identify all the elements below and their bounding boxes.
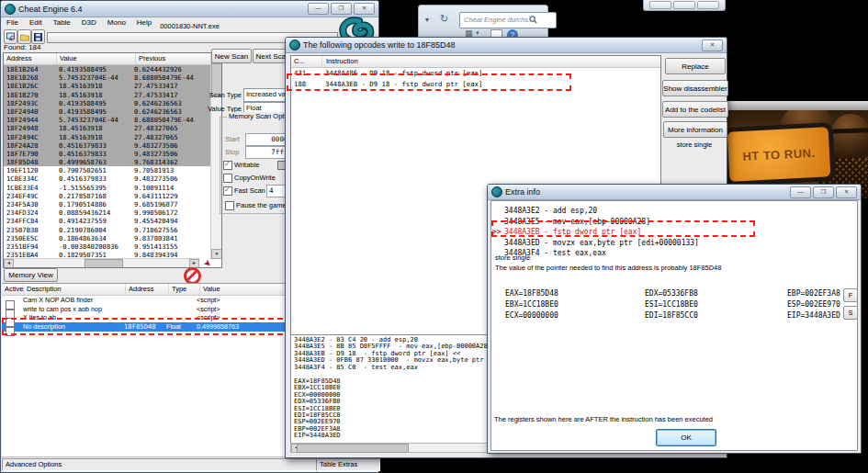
registers-after-note: The registers shown here are AFTER the i… <box>494 415 713 423</box>
column-header-address[interactable]: Address <box>126 284 169 295</box>
scrollbar-thumb[interactable] <box>297 444 409 453</box>
more-information-button[interactable]: More information <box>663 121 727 138</box>
scan-result-row[interactable]: 18E1B26C 18.45163918 27.47533417 <box>4 82 221 90</box>
current-instruction-marker <box>492 217 504 228</box>
pause-game-checkbox[interactable] <box>225 201 234 210</box>
ok-button[interactable]: OK <box>656 429 716 446</box>
scan-result-row[interactable]: 18F2494C 18.45163918 27.48327065 <box>4 133 221 141</box>
scan-result-row[interactable]: 18E1B268 5.745323704E-44 8.688050479E-44 <box>4 73 221 82</box>
column-header-previous[interactable]: Previous <box>136 53 221 64</box>
entry-description: No description <box>23 322 124 332</box>
maximize-button[interactable]: ❐ <box>331 3 352 15</box>
column-header-active[interactable]: Active <box>2 284 24 295</box>
scan-result-row[interactable]: 18E1B264 0.4193588495 0.6244432926 <box>4 65 221 73</box>
extra-info-title: Extra info <box>505 187 540 197</box>
column-header-count[interactable]: C... <box>291 56 322 67</box>
active-checkbox[interactable] <box>6 327 15 336</box>
register-value: ECX=00000000 <box>505 310 558 321</box>
active-checkbox[interactable] <box>6 310 15 319</box>
magnifier-icon[interactable] <box>529 16 537 24</box>
start-label: Start <box>225 135 240 143</box>
browser-toolbar: ▾ ↻ Cheat Engine durchs... ▦ ▾ ? <box>418 5 548 41</box>
scan-result-row[interactable]: 18E1B270 18.45163918 27.47533417 <box>4 91 221 99</box>
scan-result-row[interactable]: 234F5A30 0.1790514886 9.685196877 <box>4 200 221 208</box>
browser-close-button[interactable] <box>697 1 719 9</box>
entry-address <box>124 313 166 322</box>
extra-info-titlebar[interactable]: Extra info — ❐ ✕ <box>488 185 861 200</box>
chevron-down-icon[interactable]: ▾ <box>425 16 429 24</box>
memory-view-button[interactable]: Memory View <box>4 268 58 282</box>
scan-result-row[interactable]: 18F24944 5.745323704E-44 8.688050479E-44 <box>4 116 221 124</box>
minimize-button[interactable]: — <box>790 186 811 198</box>
advanced-options-panel[interactable]: Advanced Options <box>2 458 320 471</box>
writable-checkbox[interactable] <box>223 161 232 170</box>
chevron-down-icon[interactable]: ▾ <box>476 29 479 37</box>
register-value: ESI=1CC18BE0 <box>645 299 698 310</box>
scan-result-row[interactable]: 2351BF94 -0.003840200836 9.951413155 <box>4 242 221 251</box>
new-scan-button[interactable]: New Scan <box>211 49 252 63</box>
scrollbar-thumb[interactable] <box>85 259 123 268</box>
close-button[interactable]: ✕ <box>836 186 857 198</box>
float-button[interactable]: F <box>843 288 858 302</box>
replace-button[interactable]: Replace <box>665 58 726 74</box>
select-process-button[interactable] <box>4 29 17 44</box>
disasm-line: >> 3448A3EB - fstp dword ptr [eax] <box>492 227 699 238</box>
pointer-note-label: The value of the pointer needed to find … <box>495 264 721 272</box>
game-dome-shape <box>830 114 868 158</box>
column-header-instruction[interactable]: Instruction <box>322 56 358 67</box>
close-button[interactable]: ✕ <box>702 39 723 51</box>
scan-results-list[interactable]: Address Value Previous 18E1B264 0.419358… <box>3 52 222 268</box>
scan-result-row[interactable]: 18F7E790 0.4516379833 9.483273506 <box>4 150 221 158</box>
browser-edge-strip <box>724 101 868 110</box>
active-checkbox[interactable] <box>6 300 15 310</box>
scan-result-row[interactable]: 234EF49C 0.2178587168 9.643111229 <box>4 192 221 200</box>
opcodes-list-header[interactable]: C... Instruction <box>291 56 660 68</box>
main-titlebar[interactable]: Cheat Engine 6.4 — ❐ ✕ <box>1 1 378 17</box>
scan-result-row[interactable]: 23507B30 0.2190786004 9.710627556 <box>4 226 221 234</box>
open-table-button[interactable] <box>17 29 31 44</box>
column-header-description[interactable]: Description <box>24 284 126 295</box>
scan-result-row[interactable]: 19EF1120 0.7907502651 9.70581913 <box>4 166 221 175</box>
scan-result-row[interactable]: 18F24A28 0.4516379833 9.483273506 <box>4 141 221 150</box>
browser-maximize-button[interactable] <box>673 1 695 9</box>
scan-result-row[interactable]: 2350EE5C 0.1864863634 9.837803841 <box>4 234 221 242</box>
scroll-left-arrow[interactable]: ◄ <box>4 259 14 268</box>
opcode-row[interactable]: 188 3448A3EB - D9 18 - fstp dword ptr [e… <box>291 79 660 90</box>
copyonwrite-checkbox[interactable] <box>223 174 232 183</box>
scan-results-header[interactable]: Address Value Previous <box>4 53 221 65</box>
minimize-button[interactable]: — <box>308 3 329 15</box>
table-extras-panel[interactable]: Table Extras <box>316 458 380 471</box>
column-header-address[interactable]: Address <box>4 53 57 64</box>
column-header-type[interactable]: Type <box>169 284 200 295</box>
column-header-value[interactable]: Value <box>57 53 136 64</box>
scan-result-row[interactable]: 1CBE334C 0.4516379833 9.483273506 <box>4 175 221 183</box>
opcodes-titlebar[interactable]: The following opcodes write to 18F85D48 … <box>286 38 727 53</box>
show-disassembler-button[interactable]: Show disassembler <box>662 80 728 96</box>
scan-list-horizontal-scrollbar[interactable]: ◄ ► <box>4 258 199 267</box>
scroll-down-arrow[interactable]: ▼ <box>211 249 222 259</box>
scan-result-row[interactable]: 1CBE33E4 -1.515565395 9.10091114 <box>4 184 221 192</box>
opcode-row[interactable]: 431 3448A486 - D9 18 - fstp dword ptr [e… <box>291 68 660 79</box>
search-input[interactable]: Cheat Engine durchs... <box>459 12 557 28</box>
browser-minimize-button[interactable] <box>649 1 671 9</box>
scan-result-row[interactable]: 18F24940 0.4193588495 0.6246236563 <box>4 107 221 116</box>
entry-description: Cam X NOP AOB finder <box>23 296 124 305</box>
reload-icon[interactable]: ↻ <box>440 13 448 25</box>
add-to-codelist-button[interactable]: Add to the codelist <box>662 101 728 118</box>
maximize-button[interactable]: ❐ <box>813 186 834 198</box>
cheat-engine-logo-icon <box>5 4 16 15</box>
scan-result-row[interactable]: 234FFC84 0.4914237559 9.455420494 <box>4 217 221 225</box>
fast-scan-checkbox[interactable] <box>223 186 232 196</box>
writable-label: Writable <box>234 161 259 169</box>
entry-address: 18F85D48 <box>124 322 166 332</box>
scan-result-row[interactable]: 234FD324 0.08859436214 9.990506172 <box>4 208 221 217</box>
active-checkbox[interactable] <box>6 318 15 327</box>
scan-result-row[interactable]: 18F24948 18.45163918 27.48327065 <box>4 124 221 132</box>
stack-button[interactable]: S <box>843 306 858 320</box>
entry-type <box>166 296 197 305</box>
scan-result-row[interactable]: 18F85D48 0.4999658763 9.768314362 <box>4 158 221 166</box>
close-button[interactable]: ✕ <box>354 3 375 15</box>
save-table-button[interactable] <box>31 29 45 44</box>
scan-result-row[interactable]: 18F2493C 0.4193588495 0.6246236563 <box>4 99 221 107</box>
register-value: ESP=002EE970 <box>787 299 840 310</box>
